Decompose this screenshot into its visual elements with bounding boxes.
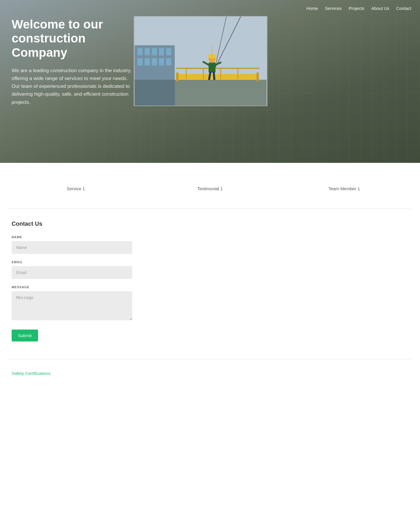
service-1-label: Service 1	[67, 186, 85, 191]
email-label: EMAIL	[12, 260, 408, 264]
content-section: Service 1 Testimonial 1 Team Member 1	[0, 163, 420, 209]
email-input[interactable]	[12, 266, 132, 279]
service-column: Service 1	[15, 180, 136, 197]
name-form-group: NAME	[12, 235, 408, 254]
svg-rect-21	[137, 48, 143, 56]
svg-rect-5	[176, 72, 178, 81]
message-input[interactable]	[12, 291, 132, 320]
message-label: MESSAGE	[12, 285, 408, 289]
hero-title: Welcome to our construction Company	[12, 17, 134, 60]
nav-projects[interactable]: Projects	[348, 6, 364, 11]
name-input[interactable]	[12, 241, 132, 254]
submit-button[interactable]: Submit	[12, 330, 38, 341]
svg-rect-14	[209, 63, 216, 73]
footer: Safety Certifications	[0, 359, 420, 385]
navigation: Home Services Projects About Us Contact	[298, 0, 420, 17]
hero-description: We are a leading construction company in…	[12, 67, 134, 106]
nav-about[interactable]: About Us	[371, 6, 389, 11]
svg-rect-24	[159, 48, 164, 56]
svg-rect-27	[145, 58, 150, 65]
nav-home[interactable]: Home	[306, 6, 318, 11]
svg-rect-26	[137, 58, 143, 65]
hero-section: Home Services Projects About Us Contact …	[0, 0, 420, 163]
team-member-1-label: Team Member 1	[328, 186, 360, 191]
testimonial-column: Testimonial 1	[150, 180, 271, 197]
nav-contact[interactable]: Contact	[396, 6, 411, 11]
svg-rect-28	[152, 58, 157, 65]
svg-rect-6	[256, 72, 259, 81]
svg-rect-22	[145, 48, 150, 56]
team-column: Team Member 1	[284, 180, 405, 197]
svg-line-17	[209, 72, 210, 79]
svg-line-18	[214, 72, 214, 79]
nav-services[interactable]: Services	[325, 6, 342, 11]
message-form-group: MESSAGE	[12, 285, 408, 321]
hero-content: Welcome to our construction Company We a…	[12, 17, 134, 106]
contact-form: NAME EMAIL MESSAGE Submit	[12, 235, 408, 341]
svg-rect-29	[159, 58, 164, 65]
contact-section: Contact Us NAME EMAIL MESSAGE Submit	[0, 209, 420, 359]
svg-rect-23	[152, 48, 157, 56]
hero-image	[134, 16, 267, 106]
svg-rect-7	[176, 68, 259, 69]
safety-certifications-link[interactable]: Safety Certifications	[12, 371, 50, 376]
svg-rect-25	[166, 48, 171, 56]
contact-title: Contact Us	[12, 220, 408, 227]
svg-rect-30	[166, 58, 171, 65]
testimonial-1-label: Testimonial 1	[197, 186, 223, 191]
svg-rect-4	[178, 74, 258, 79]
name-label: NAME	[12, 235, 408, 239]
email-form-group: EMAIL	[12, 260, 408, 279]
